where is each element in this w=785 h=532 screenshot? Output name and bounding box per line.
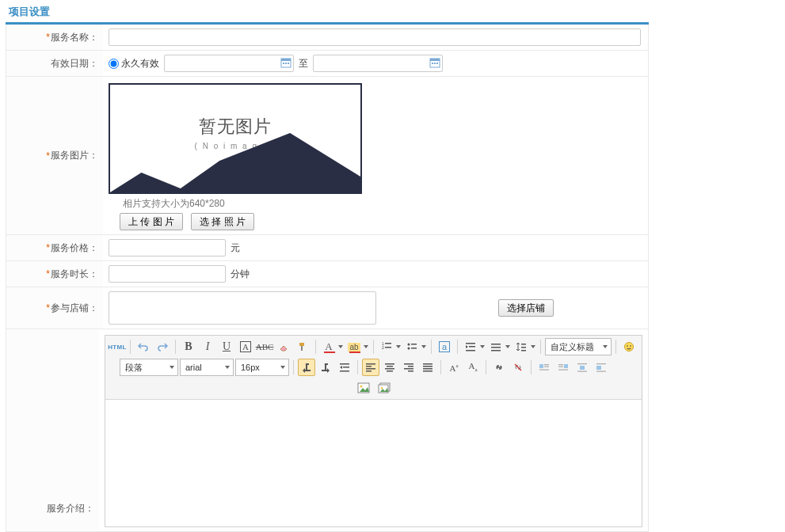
- service-name-input[interactable]: [109, 28, 641, 46]
- html-source-button[interactable]: HTML: [109, 338, 126, 355]
- svg-rect-69: [596, 371, 606, 372]
- calendar-icon[interactable]: [280, 57, 292, 68]
- svg-rect-50: [408, 370, 413, 372]
- editor-toolbar: HTML B I U A ABC A ab 12: [105, 336, 642, 400]
- dropdown-arrow-icon[interactable]: [505, 338, 511, 355]
- insert-image-icon[interactable]: [355, 379, 372, 397]
- img-center-icon[interactable]: [574, 359, 591, 376]
- svg-rect-19: [411, 344, 417, 345]
- heading-select[interactable]: 自定义标题: [545, 338, 612, 355]
- date-to-input[interactable]: [313, 55, 443, 72]
- svg-rect-7: [432, 63, 433, 64]
- service-duration-input[interactable]: [109, 265, 226, 283]
- row-service-image: *服务图片： 暂无图片 ( N o i m a g e ) 相片支持大小为640…: [6, 77, 649, 235]
- svg-marker-23: [466, 345, 468, 348]
- svg-rect-54: [423, 370, 433, 372]
- svg-rect-48: [408, 366, 413, 367]
- unordered-list-icon[interactable]: [403, 338, 421, 355]
- italic-icon[interactable]: I: [199, 338, 216, 355]
- editor-body[interactable]: [105, 400, 642, 526]
- multi-image-icon[interactable]: [375, 379, 393, 397]
- forever-radio[interactable]: [109, 59, 119, 69]
- img-none-icon[interactable]: [593, 359, 610, 376]
- svg-marker-11: [280, 346, 287, 351]
- forever-radio-text: 永久有效: [121, 57, 159, 70]
- line-height-icon[interactable]: [513, 338, 530, 355]
- superscript-icon[interactable]: Aa: [445, 359, 463, 376]
- select-shop-button[interactable]: 选择店铺: [498, 299, 554, 317]
- font-size-select[interactable]: 16px: [235, 359, 289, 376]
- svg-rect-49: [404, 368, 413, 370]
- svg-rect-2: [283, 63, 284, 64]
- format-brush-icon[interactable]: [294, 338, 311, 355]
- undo-icon[interactable]: [135, 338, 152, 355]
- service-price-input[interactable]: [109, 239, 226, 256]
- svg-rect-3: [285, 63, 287, 64]
- svg-rect-39: [366, 363, 375, 365]
- link-icon[interactable]: [490, 359, 508, 376]
- underline-icon[interactable]: U: [218, 338, 235, 355]
- date-from-input[interactable]: [164, 55, 294, 72]
- dropdown-arrow-icon[interactable]: [421, 338, 427, 355]
- svg-rect-8: [434, 63, 436, 64]
- paragraph-select[interactable]: 段落: [120, 359, 178, 376]
- svg-point-33: [627, 345, 628, 347]
- select-photo-button[interactable]: 选 择 照 片: [191, 213, 254, 230]
- forever-radio-label[interactable]: 永久有效: [109, 57, 159, 70]
- outdent-icon[interactable]: [336, 359, 353, 376]
- font-family-select[interactable]: arial: [180, 359, 234, 376]
- svg-marker-10: [110, 133, 360, 192]
- svg-rect-13: [301, 346, 303, 351]
- font-box-icon[interactable]: A: [237, 338, 254, 355]
- bold-icon[interactable]: B: [180, 338, 197, 355]
- redo-icon[interactable]: [154, 338, 171, 355]
- calendar-icon[interactable]: [429, 57, 440, 68]
- svg-rect-59: [539, 370, 549, 370]
- img-float-left-icon[interactable]: [535, 359, 553, 376]
- row-service-name: *服务名称：: [6, 25, 649, 51]
- indent-icon[interactable]: [462, 338, 479, 355]
- svg-rect-31: [521, 350, 526, 352]
- dropdown-arrow-icon[interactable]: [530, 338, 536, 355]
- align-justify-icon[interactable]: [419, 359, 436, 376]
- dropdown-arrow-icon[interactable]: [479, 338, 486, 355]
- svg-rect-6: [430, 59, 440, 61]
- ltr-icon[interactable]: [298, 359, 315, 376]
- upload-image-button[interactable]: 上 传 图 片: [120, 213, 183, 230]
- svg-rect-43: [385, 363, 394, 365]
- dropdown-arrow-icon[interactable]: [395, 338, 402, 355]
- spacing-icon[interactable]: [487, 338, 505, 355]
- dropdown-arrow-icon[interactable]: [363, 338, 369, 355]
- ordered-list-icon[interactable]: 12: [378, 338, 395, 355]
- svg-rect-53: [423, 368, 433, 370]
- label-valid-date: 有效日期：: [6, 51, 103, 76]
- svg-point-71: [360, 386, 362, 388]
- label-shops: *参与店铺：: [6, 287, 103, 329]
- align-right-icon[interactable]: [400, 359, 417, 376]
- row-service-duration: *服务时长： 分钟: [6, 261, 649, 287]
- eraser-icon[interactable]: [275, 338, 292, 355]
- svg-rect-60: [564, 364, 568, 368]
- svg-rect-51: [423, 363, 433, 365]
- unlink-icon[interactable]: [509, 359, 527, 376]
- svg-rect-38: [340, 370, 349, 372]
- svg-rect-66: [577, 371, 587, 372]
- row-valid-date: 有效日期： 永久有效 至: [6, 51, 649, 77]
- svg-rect-68: [596, 366, 601, 370]
- subscript-icon[interactable]: Aa: [464, 359, 482, 376]
- img-float-right-icon[interactable]: [554, 359, 572, 376]
- svg-rect-41: [366, 368, 375, 370]
- shops-textarea[interactable]: [109, 291, 376, 325]
- section-title: 项目设置: [6, 0, 649, 22]
- price-suffix: 元: [231, 241, 240, 255]
- align-center-icon[interactable]: [381, 359, 398, 376]
- dropdown-arrow-icon[interactable]: [337, 338, 344, 355]
- strikethrough-icon[interactable]: ABC: [256, 338, 273, 355]
- emoji-icon[interactable]: [620, 338, 638, 355]
- align-left-icon[interactable]: [362, 359, 379, 376]
- highlight-color-icon[interactable]: ab: [345, 338, 363, 355]
- rtl-icon[interactable]: [317, 359, 334, 376]
- font-color-icon[interactable]: A: [320, 338, 337, 355]
- char-box-icon[interactable]: a: [436, 338, 453, 355]
- svg-rect-26: [491, 344, 501, 345]
